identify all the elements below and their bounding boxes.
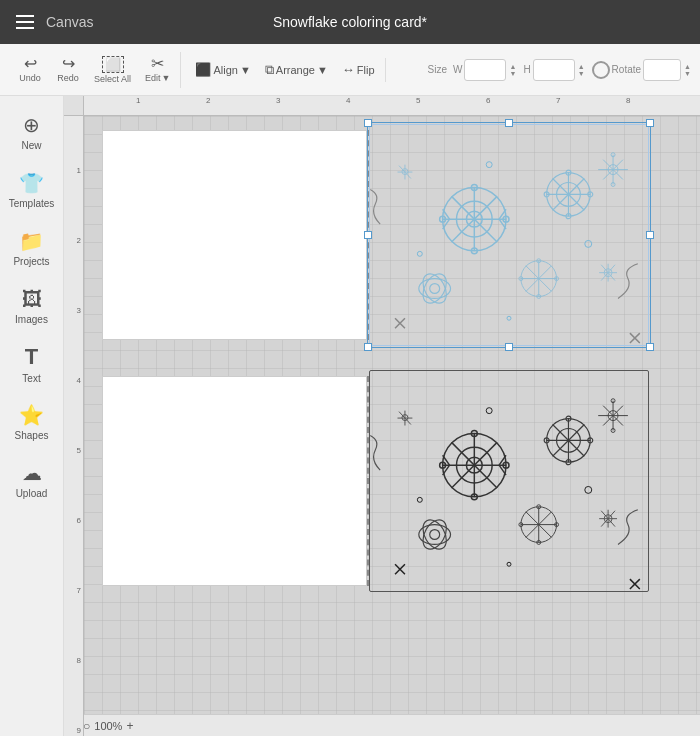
select-all-button[interactable]: ⬜ Select All <box>88 52 137 88</box>
zoom-in-icon[interactable]: + <box>126 719 133 733</box>
redo-button[interactable]: ↪ Redo <box>50 52 86 87</box>
rotate-field: Rotate ▲ ▼ <box>592 59 692 81</box>
shapes-icon: ⭐ <box>19 403 44 427</box>
canvas-label: Canvas <box>46 14 93 30</box>
templates-icon: 👕 <box>19 171 44 195</box>
height-down[interactable]: ▼ <box>577 70 586 77</box>
svg-point-118 <box>585 486 592 493</box>
rotate-up[interactable]: ▲ <box>683 63 692 70</box>
width-field: W ▲ ▼ <box>453 59 517 81</box>
upload-label: Upload <box>16 488 48 499</box>
canvas-viewport[interactable] <box>84 116 700 736</box>
rotate-circle <box>592 61 610 79</box>
svg-point-54 <box>486 162 492 168</box>
flip-dropdown[interactable]: ↔ Flip <box>336 58 381 81</box>
rotate-input[interactable] <box>643 59 681 81</box>
svg-point-55 <box>417 251 422 256</box>
edit-button[interactable]: ✂ Edit▼ <box>139 52 176 87</box>
header: Canvas Snowflake coloring card* <box>0 0 700 44</box>
main-area: ⊕ New 👕 Templates 📁 Projects 🖼 Images T … <box>0 96 700 736</box>
text-label: Text <box>22 373 40 384</box>
card-bottom[interactable] <box>102 376 367 586</box>
new-label: New <box>21 140 41 151</box>
sidebar-item-shapes[interactable]: ⭐ Shapes <box>4 394 60 450</box>
projects-icon: 📁 <box>19 229 44 253</box>
images-icon: 🖼 <box>22 288 42 311</box>
svg-point-57 <box>507 316 511 320</box>
sidebar-item-projects[interactable]: 📁 Projects <box>4 220 60 276</box>
width-input[interactable] <box>464 59 506 81</box>
rotate-down[interactable]: ▼ <box>683 70 692 77</box>
design-area-bottom[interactable] <box>369 370 649 592</box>
undo-button[interactable]: ↩ Undo <box>12 52 48 87</box>
sidebar-item-images[interactable]: 🖼 Images <box>4 278 60 334</box>
align-dropdown[interactable]: ⬛ Align ▼ <box>189 58 256 81</box>
toolbar: ↩ Undo ↪ Redo ⬜ Select All ✂ Edit▼ ⬛ Ali… <box>0 44 700 96</box>
svg-point-96 <box>418 516 451 553</box>
text-icon: T <box>25 344 38 370</box>
arrange-dropdown[interactable]: ⧉ Arrange ▼ <box>259 58 334 82</box>
sidebar-item-templates[interactable]: 👕 Templates <box>4 162 60 218</box>
document-title: Snowflake coloring card* <box>273 14 427 30</box>
snowflake-design-bottom <box>370 371 648 591</box>
svg-point-34 <box>418 270 451 307</box>
snowflake-design-top <box>370 125 648 345</box>
svg-point-119 <box>507 562 511 566</box>
upload-icon: ☁ <box>22 461 42 485</box>
zoom-ring-icon: ○ <box>83 719 90 733</box>
ruler-vertical: 1 2 3 4 5 6 7 8 9 <box>64 116 84 736</box>
width-up[interactable]: ▲ <box>508 63 517 70</box>
menu-button[interactable] <box>16 15 34 29</box>
sidebar-item-upload[interactable]: ☁ Upload <box>4 452 60 508</box>
card-top[interactable] <box>102 130 367 340</box>
design-area-top[interactable] <box>369 124 649 346</box>
sidebar-item-new[interactable]: ⊕ New <box>4 104 60 160</box>
svg-point-56 <box>585 240 592 247</box>
canvas-inner <box>84 116 700 736</box>
shapes-label: Shapes <box>15 430 49 441</box>
height-field: H ▲ ▼ <box>523 59 585 81</box>
templates-label: Templates <box>9 198 55 209</box>
size-field: Size <box>428 64 447 75</box>
ruler-horizontal: 1 2 3 4 5 6 7 8 <box>84 96 700 116</box>
ruler-corner <box>64 96 84 116</box>
svg-point-35 <box>430 284 440 294</box>
width-down[interactable]: ▼ <box>508 70 517 77</box>
sidebar: ⊕ New 👕 Templates 📁 Projects 🖼 Images T … <box>0 96 64 736</box>
images-label: Images <box>15 314 48 325</box>
zoom-percent: 100% <box>94 720 122 732</box>
canvas-area[interactable]: 1 2 3 4 5 6 7 8 1 2 3 4 5 6 7 8 9 <box>64 96 700 736</box>
svg-point-117 <box>417 497 422 502</box>
height-up[interactable]: ▲ <box>577 63 586 70</box>
height-input[interactable] <box>533 59 575 81</box>
projects-label: Projects <box>13 256 49 267</box>
sidebar-item-text[interactable]: T Text <box>4 336 60 392</box>
svg-point-116 <box>486 408 492 414</box>
new-icon: ⊕ <box>23 113 40 137</box>
zoom-bar: − ○ 100% + <box>64 714 700 736</box>
svg-point-97 <box>430 530 440 540</box>
